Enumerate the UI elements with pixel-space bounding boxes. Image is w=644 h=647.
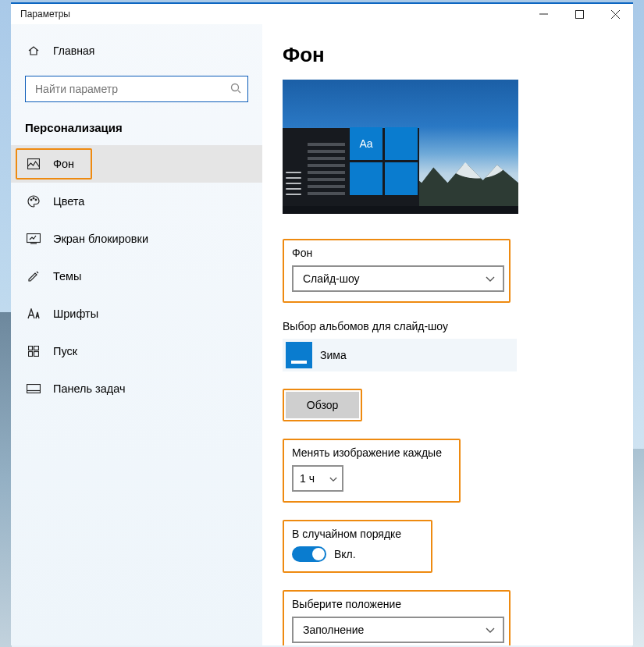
home-label: Главная [53,44,94,57]
album-section-label: Выбор альбомов для слайд-шоу [283,320,617,332]
minimize-button[interactable] [525,4,561,24]
svg-rect-0 [575,10,583,18]
sidebar-item-background[interactable]: Фон [11,145,262,183]
titlebar: Параметры [11,4,633,24]
shuffle-label: В случайном порядке [292,528,423,540]
shuffle-toggle[interactable] [292,546,326,562]
palette-icon [27,195,41,208]
search-icon [230,83,241,96]
highlight-box-interval: Менять изображение каждые 1 ч [283,439,461,503]
svg-rect-9 [29,352,33,357]
sidebar-item-label: Темы [53,270,82,283]
sidebar-item-colors[interactable]: Цвета [11,183,262,220]
taskbar-icon [27,384,41,393]
sidebar: Главная Персонализация Фон [11,24,262,645]
desktop-background-left [0,312,12,647]
sidebar-item-label: Цвета [53,195,84,208]
window-title: Параметры [20,9,70,20]
search-input[interactable] [34,82,230,96]
svg-rect-10 [34,352,39,357]
sidebar-item-fonts[interactable]: Шрифты [11,295,262,332]
shuffle-state: Вкл. [334,548,356,560]
fonts-icon [27,308,41,319]
select-value: Слайд-шоу [303,272,486,285]
album-name: Зима [320,349,347,361]
svg-point-4 [33,197,34,199]
highlight-box-shuffle: В случайном порядке Вкл. [283,520,432,573]
themes-icon [27,270,41,283]
page-title: Фон [283,43,617,67]
chevron-down-icon [486,624,495,636]
preview-tile-aa: Aa [350,127,382,160]
svg-rect-8 [34,347,39,350]
highlight-box-background-select: Фон Слайд-шоу [283,239,511,303]
svg-point-1 [232,84,239,91]
start-icon [27,346,41,357]
background-type-label: Фон [292,247,501,259]
maximize-button[interactable] [561,4,597,24]
background-type-select[interactable]: Слайд-шоу [292,265,504,292]
highlight-box-fit: Выберите положение Заполнение [283,590,511,645]
svg-rect-7 [29,347,33,350]
browse-label: Обзор [307,399,338,411]
svg-point-3 [30,199,32,201]
close-button[interactable] [597,4,633,24]
svg-point-5 [35,199,37,201]
fit-label: Выберите положение [292,598,501,610]
highlight-box-browse: Обзор [283,389,362,421]
sidebar-item-label: Экран блокировки [53,233,148,245]
interval-select[interactable]: 1 ч [292,465,343,492]
sidebar-item-start[interactable]: Пуск [11,332,262,370]
svg-rect-11 [27,385,41,393]
settings-window: Параметры Главная [11,2,633,645]
home-icon [27,44,41,57]
folder-icon [286,342,312,368]
lockscreen-icon [27,233,41,244]
browse-button[interactable]: Обзор [286,392,359,418]
home-button[interactable]: Главная [11,35,262,66]
search-input-container[interactable] [25,76,248,102]
sidebar-item-label: Пуск [53,345,77,357]
select-value: 1 ч [300,472,329,485]
sidebar-item-label: Фон [53,158,74,170]
fit-select[interactable]: Заполнение [292,617,504,643]
desktop-background-right [632,449,644,647]
interval-label: Менять изображение каждые [292,446,451,459]
svg-rect-6 [27,234,41,243]
sidebar-item-lockscreen[interactable]: Экран блокировки [11,220,262,258]
chevron-down-icon [329,472,337,485]
sidebar-section-title: Персонализация [11,116,262,145]
sidebar-item-label: Панель задач [53,382,126,395]
preview-taskbar [283,206,518,214]
background-preview: Aa [283,80,518,214]
chevron-down-icon [486,272,495,285]
sidebar-item-themes[interactable]: Темы [11,258,262,295]
album-row: Зима [283,339,517,371]
sidebar-item-taskbar[interactable]: Панель задач [11,370,262,407]
preview-startmenu: Aa [283,128,419,206]
main-panel: Фон Aa Фон Слайд-шоу [262,24,633,645]
picture-icon [27,158,41,169]
select-value: Заполнение [303,624,486,636]
sidebar-item-label: Шрифты [53,308,98,320]
